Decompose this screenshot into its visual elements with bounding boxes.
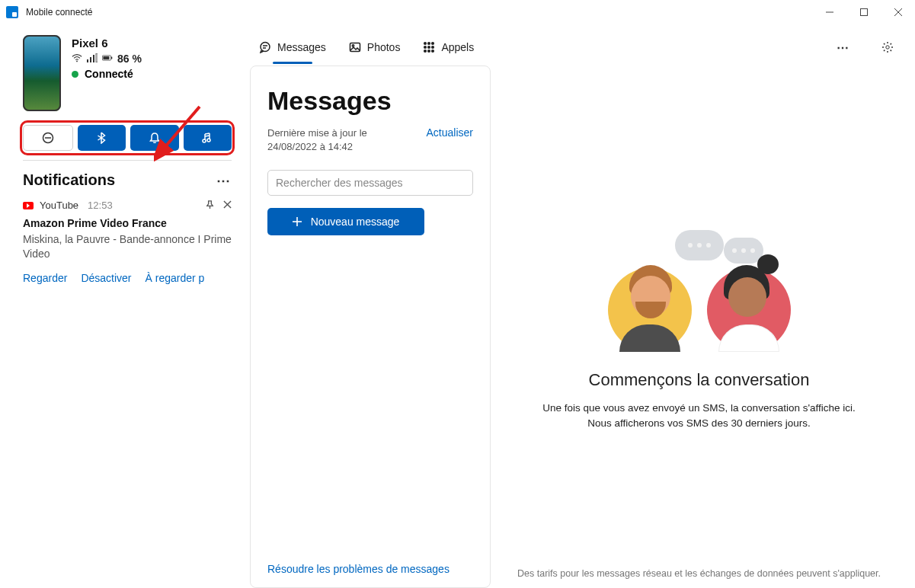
bluetooth-toggle[interactable] <box>78 125 126 151</box>
svg-point-27 <box>432 43 434 45</box>
svg-point-20 <box>261 43 270 52</box>
quick-toggle-bar <box>23 125 232 151</box>
window-title: Mobile connecté <box>26 7 812 18</box>
svg-point-31 <box>424 50 427 53</box>
app-icon <box>6 6 18 18</box>
dialpad-icon <box>423 41 435 53</box>
notification-body: Miskina, la Pauvre - Bande-annonce I Pri… <box>23 232 232 261</box>
svg-rect-9 <box>96 53 98 62</box>
svg-point-25 <box>424 43 427 45</box>
minimize-button[interactable] <box>812 0 846 24</box>
notification-card[interactable]: YouTube 12:53 Amazon Prime Video France … <box>23 200 232 284</box>
svg-point-30 <box>432 46 434 49</box>
connection-text: Connecté <box>85 68 133 80</box>
svg-point-32 <box>428 50 430 53</box>
notification-time: 12:53 <box>88 200 113 211</box>
window-controls <box>812 0 915 24</box>
main-area: Messages Photos Appels ⋯ Messages Derniè… <box>245 24 915 588</box>
messages-panel: Messages Dernière mise à jour le 24/08/2… <box>250 66 491 588</box>
action-disable[interactable]: Désactiver <box>81 272 131 284</box>
disclaimer-text: Des tarifs pour les messages réseau et l… <box>491 568 907 579</box>
svg-rect-12 <box>111 56 112 59</box>
svg-point-34 <box>886 46 889 49</box>
tab-messages-label: Messages <box>277 41 326 53</box>
message-icon <box>259 41 271 53</box>
sidebar: Pixel 6 86 % Connecté <box>0 24 245 588</box>
pin-icon[interactable] <box>206 200 214 211</box>
svg-rect-11 <box>103 56 109 59</box>
signal-icon <box>87 53 98 65</box>
top-tabs: Messages Photos Appels ⋯ <box>250 29 907 66</box>
dnd-toggle[interactable] <box>23 125 73 151</box>
notification-title: Amazon Prime Video France <box>23 217 232 229</box>
messages-title: Messages <box>267 86 473 116</box>
conversation-heading: Commençons la conversation <box>589 370 810 390</box>
photo-icon <box>349 41 361 53</box>
conversation-text-1: Une fois que vous avez envoyé un SMS, la… <box>542 401 856 416</box>
close-button[interactable] <box>881 0 915 24</box>
svg-point-29 <box>428 46 430 49</box>
phone-thumbnail[interactable] <box>23 35 61 111</box>
svg-point-28 <box>424 46 427 49</box>
tab-messages[interactable]: Messages <box>258 37 328 58</box>
svg-point-5 <box>76 60 78 62</box>
svg-rect-1 <box>860 9 867 16</box>
connection-status: Connecté <box>72 68 142 80</box>
tab-photos-label: Photos <box>367 41 401 53</box>
svg-point-24 <box>352 45 354 46</box>
last-update-text: Dernière mise à jour le 24/08/2022 à 14:… <box>267 126 419 153</box>
notifications-more-button[interactable]: ⋯ <box>216 172 232 189</box>
plus-icon <box>293 217 302 226</box>
svg-rect-6 <box>87 59 88 62</box>
conversation-panel: Commençons la conversation Une fois que … <box>491 66 907 588</box>
troubleshoot-link[interactable]: Résoudre les problèmes de messages <box>267 563 473 580</box>
divider <box>23 160 232 161</box>
maximize-button[interactable] <box>846 0 881 24</box>
svg-rect-23 <box>350 43 360 52</box>
conversation-illustration <box>608 230 791 352</box>
dismiss-icon[interactable] <box>223 200 232 211</box>
svg-point-16 <box>207 139 210 142</box>
search-input[interactable] <box>267 170 473 196</box>
action-watch[interactable]: Regarder <box>23 272 67 284</box>
refresh-link[interactable]: Actualiser <box>427 126 473 139</box>
battery-percentage: 86 % <box>117 53 142 65</box>
wifi-icon <box>72 53 82 65</box>
conversation-text-2: Nous afficherons vos SMS des 30 derniers… <box>587 416 810 431</box>
device-header: Pixel 6 86 % Connecté <box>23 35 232 111</box>
svg-point-33 <box>432 50 434 53</box>
notifications-header: Notifications ⋯ <box>23 171 232 189</box>
gear-icon <box>881 41 894 53</box>
svg-point-15 <box>203 139 206 142</box>
youtube-icon <box>23 202 34 209</box>
svg-rect-7 <box>90 57 91 62</box>
title-bar: Mobile connecté <box>0 0 915 24</box>
notification-app-name: YouTube <box>40 200 78 211</box>
action-watch-later[interactable]: À regarder p <box>146 272 205 284</box>
device-status-line: 86 % <box>72 53 142 65</box>
ring-toggle[interactable] <box>130 125 179 151</box>
tab-photos[interactable]: Photos <box>347 37 402 58</box>
more-options-button[interactable]: ⋯ <box>831 35 856 59</box>
new-message-button[interactable]: Nouveau message <box>267 208 424 235</box>
svg-rect-8 <box>93 55 94 62</box>
device-name: Pixel 6 <box>72 37 142 50</box>
status-dot-icon <box>72 71 78 78</box>
battery-icon <box>102 53 113 65</box>
tab-calls-label: Appels <box>441 41 474 53</box>
svg-point-26 <box>428 43 430 45</box>
notifications-title: Notifications <box>23 171 115 189</box>
new-message-label: Nouveau message <box>311 216 400 228</box>
audio-toggle[interactable] <box>184 125 232 151</box>
settings-button[interactable] <box>875 35 900 59</box>
tab-calls[interactable]: Appels <box>421 37 475 58</box>
